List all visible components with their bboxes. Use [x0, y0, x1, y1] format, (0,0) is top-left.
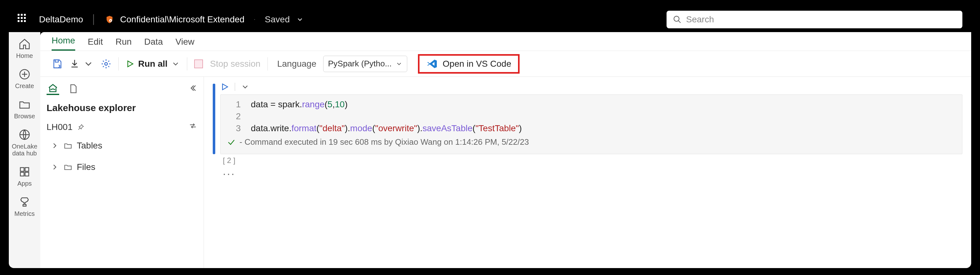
- rail-create[interactable]: Create: [15, 68, 34, 89]
- sensitivity-label[interactable]: Confidential\Microsoft Extended: [120, 14, 245, 25]
- tab-run[interactable]: Run: [116, 37, 132, 51]
- shield-icon: [105, 15, 114, 24]
- open-in-vscode-button[interactable]: Open in VS Code: [418, 54, 520, 74]
- cell-status: - Command executed in 19 sec 608 ms by Q…: [221, 134, 962, 150]
- run-all-button[interactable]: Run all: [126, 59, 180, 69]
- explorer-tab-lakehouse[interactable]: [46, 83, 59, 95]
- tab-data[interactable]: Data: [144, 37, 163, 51]
- tab-view[interactable]: View: [175, 37, 194, 51]
- sync-button[interactable]: [189, 121, 197, 132]
- rail-onelake-label: OneLake data hub: [9, 143, 40, 157]
- rail-apps-label: Apps: [17, 180, 32, 187]
- lakehouse-name-row[interactable]: LH001: [46, 121, 197, 132]
- toolbar: Run all Stop session Language PySpark (P…: [40, 51, 971, 77]
- chevron-down-icon[interactable]: [296, 16, 304, 23]
- vscode-icon: [426, 58, 438, 70]
- tree-item-files[interactable]: Files: [46, 159, 197, 175]
- stop-session-button: Stop session: [210, 59, 260, 69]
- notebook-area: 1data = spark.range(5,10) 2 3data.write.…: [204, 77, 971, 268]
- run-cell-chevron[interactable]: [241, 83, 250, 91]
- save-status: Saved: [265, 14, 290, 25]
- explorer-title: Lakehouse explorer: [46, 103, 197, 113]
- code-cell[interactable]: 1data = spark.range(5,10) 2 3data.write.…: [213, 83, 963, 154]
- rail-onelake[interactable]: OneLake data hub: [9, 129, 40, 157]
- rail-metrics[interactable]: Metrics: [14, 196, 35, 217]
- settings-button[interactable]: [101, 59, 111, 69]
- svg-rect-6: [21, 172, 24, 176]
- tree-item-files-label: Files: [77, 162, 95, 172]
- language-value: PySpark (Pytho...: [328, 59, 391, 68]
- explorer-tab-files[interactable]: [67, 83, 79, 95]
- pin-icon[interactable]: [77, 123, 85, 131]
- cell-more-button[interactable]: ···: [223, 167, 963, 180]
- open-in-vscode-label: Open in VS Code: [443, 59, 511, 69]
- rail-browse[interactable]: Browse: [14, 98, 35, 119]
- dot-separator: ·: [254, 17, 255, 22]
- check-icon: [227, 138, 236, 146]
- lakehouse-explorer-panel: Lakehouse explorer LH001 Tables: [40, 77, 204, 268]
- rail-home-label: Home: [16, 52, 33, 59]
- lakehouse-name: LH001: [46, 122, 73, 132]
- svg-point-1: [674, 16, 679, 21]
- tab-edit[interactable]: Edit: [88, 37, 103, 51]
- separator: │: [91, 14, 97, 25]
- stop-icon: [194, 59, 203, 68]
- rail-home[interactable]: Home: [16, 38, 33, 59]
- search-box[interactable]: [667, 11, 963, 28]
- workspace-name: DeltaDemo: [39, 14, 83, 25]
- language-label: Language: [277, 59, 317, 69]
- svg-point-8: [105, 62, 108, 65]
- search-icon: [673, 15, 682, 24]
- svg-rect-5: [25, 168, 29, 172]
- rail-apps[interactable]: Apps: [17, 165, 32, 187]
- nav-rail: Home Create Browse OneLake data hub Apps…: [9, 32, 40, 268]
- cell-handle[interactable]: [213, 84, 215, 154]
- code-editor[interactable]: 1data = spark.range(5,10) 2 3data.write.…: [220, 94, 963, 154]
- collapse-panel-button[interactable]: [189, 84, 197, 94]
- cell-index: [ 2 ]: [223, 156, 963, 165]
- rail-browse-label: Browse: [14, 113, 35, 119]
- run-all-label: Run all: [138, 59, 167, 69]
- rail-create-label: Create: [15, 83, 34, 89]
- language-select[interactable]: PySpark (Pytho...: [323, 56, 407, 72]
- run-cell-button[interactable]: [220, 83, 229, 91]
- app-launcher-icon[interactable]: [18, 14, 29, 25]
- tree-item-tables-label: Tables: [77, 141, 102, 151]
- svg-rect-7: [25, 172, 29, 176]
- ribbon-tabs: Home Edit Run Data View: [40, 32, 971, 51]
- tab-home[interactable]: Home: [52, 35, 75, 51]
- search-input[interactable]: [686, 14, 956, 25]
- svg-rect-4: [21, 168, 24, 172]
- rail-metrics-label: Metrics: [14, 210, 35, 217]
- tree-item-tables[interactable]: Tables: [46, 138, 197, 154]
- save-button[interactable]: [52, 59, 62, 69]
- download-button[interactable]: [69, 59, 94, 69]
